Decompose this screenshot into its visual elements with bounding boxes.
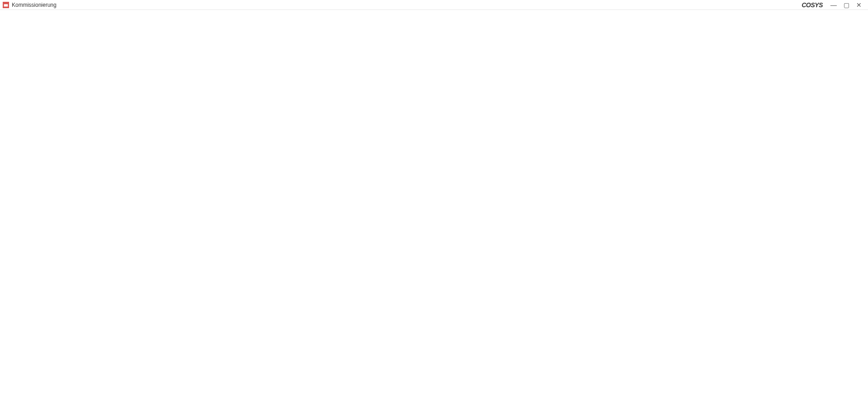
titlebar: Kommissionierung COSYS — ▢ ✕ <box>0 0 868 10</box>
window-minimize-button[interactable]: — <box>827 1 840 9</box>
brand-small: COSYS <box>801 1 823 9</box>
window-title: Kommissionierung <box>12 2 57 8</box>
window-maximize-button[interactable]: ▢ <box>840 1 853 9</box>
svg-rect-1 <box>4 4 8 6</box>
window-close-button[interactable]: ✕ <box>853 1 865 9</box>
app-icon <box>3 2 9 8</box>
